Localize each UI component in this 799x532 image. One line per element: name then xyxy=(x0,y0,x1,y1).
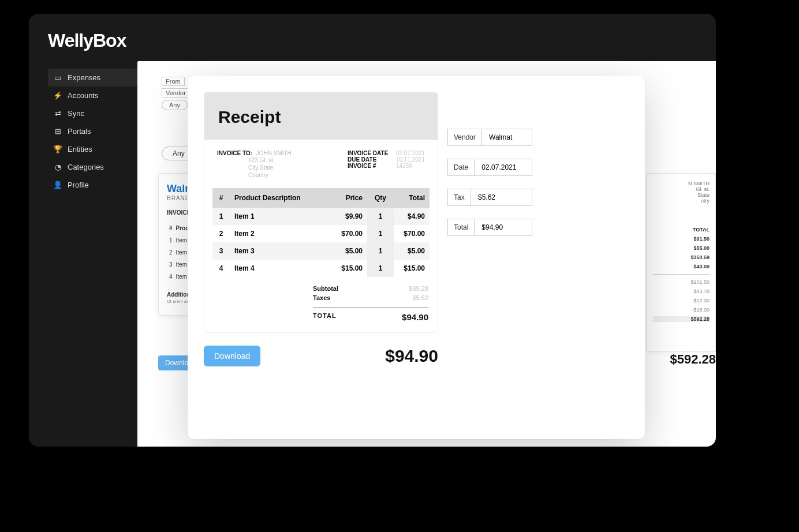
bg-right-grand: $592.28 xyxy=(653,316,710,322)
row-num: 4 xyxy=(168,271,174,282)
cell-total: $5.00 xyxy=(394,242,430,260)
invoice-addr: Country xyxy=(248,171,292,179)
invoice-to-name: JOHN SMITH xyxy=(256,150,292,156)
field-total-label: Total xyxy=(448,219,475,235)
bg-right-subvalue: $12.00 xyxy=(653,298,710,304)
sidebar-item-expenses[interactable]: ▭ Expenses xyxy=(48,69,137,87)
bg-invoice-card-right[interactable]: N SMITH Gl. st. State ntry TOTAL $91.50 … xyxy=(647,173,716,352)
sidebar-item-entities[interactable]: 🏆 Entities xyxy=(48,140,137,158)
field-date[interactable]: Date 02.07.2021 xyxy=(447,159,532,176)
col-hash: # xyxy=(212,188,230,208)
cell-total: $15.00 xyxy=(394,260,430,277)
download-button[interactable]: Download xyxy=(204,346,260,366)
bg-right-subvalue: -$18.00 xyxy=(653,307,710,313)
table-row: 2 Item 2 $70.00 1 $70.00 xyxy=(212,225,430,242)
receipt-title: Receipt xyxy=(218,107,424,127)
plug-icon: ⚡ xyxy=(54,91,62,100)
row-num: 3 xyxy=(168,259,174,270)
sidebar-item-portals[interactable]: ⊞ Portals xyxy=(48,122,137,140)
sidebar-item-label: Expenses xyxy=(68,73,100,82)
main-area: From Vendor Any Any Walm BRANDIN INVOICE… xyxy=(137,61,716,447)
trophy-icon: 🏆 xyxy=(54,145,62,153)
field-total[interactable]: Total $94.90 xyxy=(447,219,532,236)
receipt-summary: Subtotal $89.28 Taxes $5.62 TOTAL $94.90 xyxy=(313,284,428,323)
cell-num: 1 xyxy=(212,208,230,225)
sidebar-item-accounts[interactable]: ⚡ Accounts xyxy=(48,87,137,104)
filter-any-chip[interactable]: Any xyxy=(162,100,188,110)
sidebar-item-categories[interactable]: ◔ Categories xyxy=(48,158,137,176)
cell-num: 2 xyxy=(212,225,230,242)
row-num: 1 xyxy=(168,235,174,246)
bg-right-value: $55.00 xyxy=(653,245,710,251)
cell-desc: Item 4 xyxy=(230,260,331,277)
invoice-addr: 123 Gl. st. xyxy=(248,156,292,164)
user-icon: 👤 xyxy=(54,181,62,189)
table-row: 4 Item 4 $15.00 1 $15.00 xyxy=(212,260,430,277)
taxes-value: $5.62 xyxy=(412,294,428,301)
field-vendor-label: Vendor xyxy=(448,129,482,145)
field-total-value[interactable]: $94.90 xyxy=(475,219,510,235)
cell-total: $70.00 xyxy=(394,225,430,242)
cell-price: $15.00 xyxy=(331,260,367,277)
cell-qty: 1 xyxy=(367,242,394,260)
field-date-value[interactable]: 02.07.2021 xyxy=(475,159,523,175)
col-desc: Product Description xyxy=(230,188,331,208)
sidebar-item-sync[interactable]: ⇄ Sync xyxy=(48,104,137,122)
sidebar-item-label: Accounts xyxy=(68,91,98,100)
receipt-modal: Receipt INVOICE TO: JOHN SMITH 123 Gl. s… xyxy=(188,76,645,439)
row-num: 2 xyxy=(168,247,174,258)
bg-right-value: $350.59 xyxy=(653,254,710,260)
cell-desc: Item 1 xyxy=(230,208,331,225)
bg-right-subvalue: $101.50 xyxy=(653,279,710,285)
sidebar-item-label: Entities xyxy=(68,145,92,153)
field-tax[interactable]: Tax $5.62 xyxy=(447,189,532,206)
cell-num: 4 xyxy=(212,260,230,277)
sidebar: ▭ Expenses ⚡ Accounts ⇄ Sync ⊞ Portals 🏆… xyxy=(48,69,137,194)
receipt-fields: Vendor Walmat Date 02.07.2021 Tax $5.62 … xyxy=(447,129,532,236)
due-date-label: DUE DATE xyxy=(348,156,393,163)
brand-logo: WellyBox xyxy=(48,30,126,51)
invoice-to-label: INVOICE TO: xyxy=(217,150,252,156)
col-hash: # xyxy=(168,223,174,234)
invoice-no-label: INVOICE # xyxy=(348,163,393,169)
cell-qty: 1 xyxy=(367,208,394,225)
table-row: 1 Item 1 $9.90 1 $4.90 xyxy=(212,208,430,225)
receipt-document: Receipt INVOICE TO: JOHN SMITH 123 Gl. s… xyxy=(204,92,438,333)
cell-desc: Item 2 xyxy=(230,225,331,242)
field-vendor-value[interactable]: Walmat xyxy=(482,129,532,145)
bg-right-value: $91.50 xyxy=(653,236,710,242)
bg-right-total-label: TOTAL xyxy=(653,227,710,233)
cell-total: $4.90 xyxy=(394,208,430,225)
sidebar-item-label: Portals xyxy=(68,127,91,136)
invoice-date-label: INVOICE DATE xyxy=(348,150,393,156)
bg-right-addr: Gl. st. xyxy=(653,186,710,192)
cell-qty: 1 xyxy=(367,225,394,242)
invoice-no: 14256 xyxy=(396,163,412,169)
sitemap-icon: ⊞ xyxy=(54,127,62,136)
cell-price: $5.00 xyxy=(331,242,367,260)
sidebar-item-profile[interactable]: 👤 Profile xyxy=(48,176,137,194)
arrows-icon: ⇄ xyxy=(54,109,62,118)
cell-price: $9.90 xyxy=(331,208,367,225)
modal-footer: Download $94.90 xyxy=(204,346,438,366)
col-qty: Qty xyxy=(367,188,394,208)
subtotal-value: $89.28 xyxy=(409,285,428,292)
subtotal-label: Subtotal xyxy=(313,285,338,292)
field-tax-label: Tax xyxy=(448,189,471,205)
total-value: $94.90 xyxy=(402,312,428,322)
filter-from-label[interactable]: From xyxy=(162,77,185,86)
bg-right-addr: ntry xyxy=(653,198,710,204)
cell-qty: 1 xyxy=(367,260,394,277)
grand-total: $94.90 xyxy=(385,346,438,366)
sidebar-item-label: Profile xyxy=(68,181,89,189)
bg-right-addr: State xyxy=(653,192,710,198)
pie-icon: ◔ xyxy=(54,163,62,171)
field-vendor[interactable]: Vendor Walmat xyxy=(447,129,532,146)
table-row: 3 Item 3 $5.00 1 $5.00 xyxy=(212,242,430,260)
field-tax-value[interactable]: $5.62 xyxy=(471,189,506,205)
app-window: WellyBox ▭ Expenses ⚡ Accounts ⇄ Sync ⊞ … xyxy=(29,14,716,447)
filter-vendor-label[interactable]: Vendor xyxy=(162,88,190,98)
bg-right-name: N SMITH xyxy=(653,181,710,186)
bg-right-value: $40.00 xyxy=(653,264,710,269)
bg-right-subvalue: $83.78 xyxy=(653,289,710,294)
